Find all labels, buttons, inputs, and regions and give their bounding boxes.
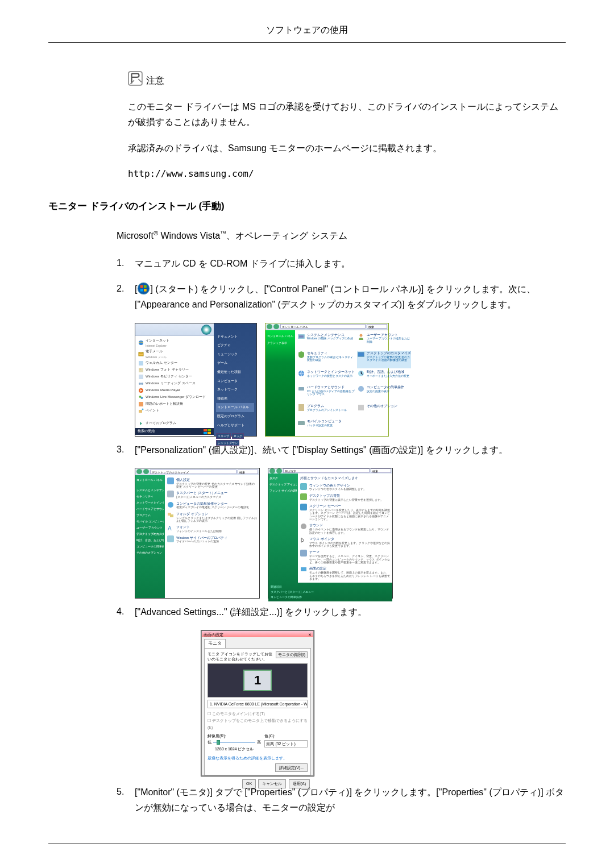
svg-point-17 bbox=[141, 397, 143, 399]
step-5-number: 5. bbox=[117, 784, 135, 815]
svg-rect-6 bbox=[144, 289, 147, 292]
svg-rect-5 bbox=[140, 289, 143, 292]
step-5: 5. ["Monitor" (モニタ)] タブで ["Properties" (… bbox=[117, 784, 566, 815]
svg-rect-23 bbox=[204, 432, 207, 434]
svg-rect-32 bbox=[298, 387, 304, 391]
screenshot-personalization: 個人設定検索 タスク デスクトップ アイコンの変更フォント サイズの調整 外観と… bbox=[268, 468, 393, 599]
screenshot-display-settings-dialog: 画面の設定✕ モニタ モニタ アイコンをドラッグしてお使いのモニタと合わせてくだ… bbox=[201, 630, 314, 776]
start-orb-icon bbox=[201, 325, 211, 335]
svg-rect-9 bbox=[139, 361, 143, 366]
step-3: 3. ["Personalization" (個人設定)]、続いて ["Disp… bbox=[117, 442, 566, 458]
monitor-icon: 1 bbox=[243, 670, 272, 691]
svg-rect-19 bbox=[139, 410, 142, 413]
footer-rule bbox=[48, 844, 566, 844]
svg-rect-24 bbox=[208, 432, 211, 434]
step-2: 2. [] (スタート) をクリックし、["Control Panel" (コン… bbox=[117, 281, 566, 312]
svg-rect-29 bbox=[358, 352, 364, 356]
svg-rect-48 bbox=[300, 550, 307, 556]
svg-point-20 bbox=[142, 408, 144, 410]
svg-rect-41 bbox=[170, 514, 173, 517]
step-3-number: 3. bbox=[117, 442, 135, 458]
svg-point-47 bbox=[301, 524, 306, 529]
step-2-text: [] (スタート) をクリックし、["Control Panel" (コントロー… bbox=[135, 281, 566, 312]
svg-rect-45 bbox=[300, 493, 307, 500]
os-subheading: Microsoft® Windows Vista™、オペレーティング システム bbox=[117, 229, 566, 243]
svg-rect-21 bbox=[204, 429, 207, 431]
svg-point-11 bbox=[140, 368, 141, 369]
svg-rect-34 bbox=[298, 404, 304, 411]
screenshot-appearance-personalization: デスクトップのカスタマイズ検索 コントロール パネル ホーム システムとメンテナ… bbox=[135, 468, 260, 599]
svg-text:A: A bbox=[168, 525, 172, 531]
step-1-number: 1. bbox=[117, 256, 135, 271]
note-label: 注意 bbox=[146, 73, 164, 88]
step-4: 4. ["Advanced Settings..." (詳細設定...)] をク… bbox=[117, 604, 566, 620]
svg-rect-18 bbox=[139, 402, 143, 406]
svg-rect-3 bbox=[140, 285, 143, 288]
svg-point-14 bbox=[141, 383, 143, 385]
section-heading-manual-install: モニター ドライバのインストール (手動) bbox=[48, 198, 566, 214]
svg-rect-22 bbox=[208, 429, 211, 431]
svg-rect-4 bbox=[144, 285, 147, 288]
svg-rect-46 bbox=[300, 504, 307, 510]
step-1: 1. マニュアル CD を CD-ROM ドライブに挿入します。 bbox=[117, 256, 566, 271]
step-4-text: ["Advanced Settings..." (詳細設定...)] をクリック… bbox=[135, 604, 566, 620]
screenshot-control-panel: コントロール パネル検索 コントロール パネル ホームクラシック表示 システムと… bbox=[265, 323, 389, 437]
note-text-1: このモニター ドライバーは MS ロゴの承認を受けており、このドライバのインスト… bbox=[128, 99, 560, 130]
step-1-text: マニュアル CD を CD-ROM ドライブに挿入します。 bbox=[135, 256, 566, 271]
svg-rect-12 bbox=[139, 375, 143, 379]
svg-rect-44 bbox=[300, 483, 307, 490]
screenshot-start-menu: インターネットInternet Explorer 電子メールWindows メー… bbox=[135, 323, 257, 437]
close-icon: ✕ bbox=[308, 632, 312, 637]
start-orb-icon bbox=[137, 284, 150, 294]
svg-point-39 bbox=[168, 502, 173, 508]
header-rule bbox=[48, 42, 566, 43]
page-header-title: ソフトウェアの使用 bbox=[48, 23, 566, 38]
note-icon bbox=[128, 71, 143, 90]
svg-rect-10 bbox=[139, 368, 143, 372]
svg-rect-26 bbox=[299, 335, 304, 338]
svg-rect-43 bbox=[167, 535, 174, 542]
svg-rect-37 bbox=[167, 477, 174, 484]
svg-point-33 bbox=[358, 386, 364, 392]
step-5-text: ["Monitor" (モニタ)] タブで ["Properties" (プロパ… bbox=[135, 784, 566, 815]
note-url: http://www.samsung.com/ bbox=[128, 166, 560, 181]
svg-point-27 bbox=[359, 334, 362, 337]
note-text-2: 承認済みのドライバは、Samsung モニターのホームページに掲載されます。 bbox=[128, 140, 560, 156]
svg-rect-49 bbox=[301, 567, 306, 571]
svg-point-13 bbox=[139, 383, 141, 385]
svg-rect-35 bbox=[358, 405, 364, 410]
svg-rect-36 bbox=[298, 421, 305, 425]
step-3-text: ["Personalization" (個人設定)]、続いて ["Display… bbox=[135, 442, 566, 458]
note-block: 注意 このモニター ドライバーは MS ロゴの承認を受けており、このドライバのイ… bbox=[128, 71, 560, 181]
step-4-number: 4. bbox=[117, 604, 135, 620]
svg-rect-38 bbox=[167, 491, 174, 497]
step-2-number: 2. bbox=[117, 281, 135, 312]
